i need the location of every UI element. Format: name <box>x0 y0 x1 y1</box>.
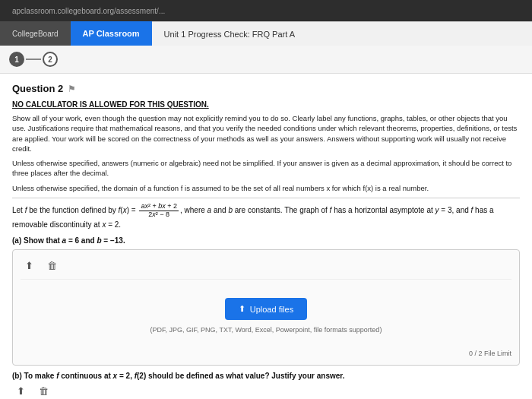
divider <box>12 198 520 198</box>
upload-toolbar: ⬆ 🗑 <box>21 258 511 280</box>
flag-icon[interactable]: ⚑ <box>68 84 76 94</box>
part-b-label: (b) To make f continuous at x = 2, f(2) … <box>12 372 520 380</box>
file-limit: 0 / 2 File Limit <box>21 350 511 357</box>
no-calc-notice: NO CALCULATOR IS ALLOWED FOR THIS QUESTI… <box>12 100 520 109</box>
part-a-label: (a) Show that a = 6 and b = −13. <box>12 236 520 245</box>
browser-url: apclassroom.collegeboard.org/assessment/… <box>12 7 165 15</box>
upload-icon: ⬆ <box>25 260 33 271</box>
upload-files-button[interactable]: ⬆ Upload files <box>225 298 307 320</box>
question-header: Question 2 ⚑ <box>12 83 520 94</box>
upload-toolbar-trash-icon[interactable]: 🗑 <box>43 258 60 274</box>
page-title: Unit 1 Progress Check: FRQ Part A <box>164 30 295 39</box>
upload-area: ⬆ 🗑 ⬆ Upload files (PDF, JPG, GIF, PNG, … <box>12 249 520 366</box>
part-b-upload-icon[interactable]: ⬆ <box>12 383 29 399</box>
upload-drop-zone: ⬆ Upload files (PDF, JPG, GIF, PNG, TXT,… <box>21 286 511 347</box>
upload-toolbar-upload-icon[interactable]: ⬆ <box>21 258 37 274</box>
step-1[interactable]: 1 <box>9 52 24 67</box>
trash-icon-b: 🗑 <box>39 385 49 397</box>
instructions-1: Show all of your work, even though the q… <box>12 113 520 154</box>
part-b-trash-icon[interactable]: 🗑 <box>35 383 52 399</box>
upload-icon-b: ⬆ <box>17 385 25 397</box>
trash-icon: 🗑 <box>47 260 57 271</box>
upload-formats: (PDF, JPG, GIF, PNG, TXT, Word, Excel, P… <box>150 326 382 334</box>
instructions-3: Unless otherwise specified, the domain o… <box>12 183 520 193</box>
step-line <box>26 59 41 60</box>
step-indicator: 1 2 <box>0 46 532 74</box>
ap-classroom-label: AP Classroom <box>83 29 140 38</box>
page-title-tab: Unit 1 Progress Check: FRQ Part A <box>152 21 532 46</box>
upload-arrow-icon: ⬆ <box>239 304 245 314</box>
step-2[interactable]: 2 <box>43 52 58 67</box>
browser-bar: apclassroom.collegeboard.org/assessment/… <box>0 0 532 21</box>
collegeboard-label: CollegeBoard <box>12 30 59 38</box>
instructions-2: Unless otherwise specified, answers (num… <box>12 158 520 179</box>
upload-button-label: Upload files <box>250 305 293 314</box>
collegeboard-tab[interactable]: CollegeBoard <box>0 21 71 46</box>
ap-classroom-tab[interactable]: AP Classroom <box>71 21 152 46</box>
bottom-toolbar: ⬆ 🗑 <box>12 383 520 399</box>
problem-statement: Let f be the function defined by f(x) = … <box>12 203 520 230</box>
nav-tabs: CollegeBoard AP Classroom Unit 1 Progres… <box>0 21 532 46</box>
main-content: Question 2 ⚑ NO CALCULATOR IS ALLOWED FO… <box>0 74 532 399</box>
question-title: Question 2 <box>12 83 63 94</box>
